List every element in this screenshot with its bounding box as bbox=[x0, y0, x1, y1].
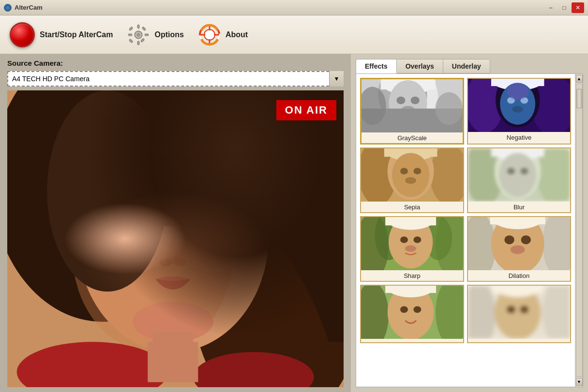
svg-point-99 bbox=[543, 217, 570, 270]
svg-point-24 bbox=[122, 151, 223, 211]
effect-negative[interactable]: Negative bbox=[467, 78, 571, 145]
svg-point-105 bbox=[511, 245, 525, 254]
svg-rect-5 bbox=[129, 27, 133, 30]
svg-rect-19 bbox=[7, 90, 344, 387]
svg-point-14 bbox=[206, 31, 213, 39]
camera-dropdown-arrow[interactable]: ▼ bbox=[329, 71, 344, 87]
scroll-down-arrow[interactable]: ▼ bbox=[576, 378, 583, 386]
tab-effects[interactable]: Effects bbox=[356, 59, 397, 73]
svg-rect-38 bbox=[153, 332, 193, 372]
scroll-up-arrow[interactable]: ▲ bbox=[576, 75, 583, 83]
svg-point-33 bbox=[159, 259, 171, 267]
svg-point-94 bbox=[400, 236, 408, 243]
effect-sharp-thumb bbox=[361, 217, 463, 270]
app-icon bbox=[4, 4, 12, 12]
svg-rect-43 bbox=[148, 342, 198, 382]
svg-rect-93 bbox=[385, 218, 436, 225]
svg-point-20 bbox=[7, 90, 213, 322]
svg-point-103 bbox=[504, 235, 514, 244]
svg-point-76 bbox=[405, 177, 416, 184]
effect-7-thumb bbox=[361, 286, 463, 339]
effects-scrollbar: ▲ ▼ bbox=[575, 74, 583, 387]
source-camera-label: Source Camera: bbox=[7, 59, 344, 67]
camera-preview bbox=[7, 90, 344, 387]
effect-7[interactable] bbox=[360, 285, 464, 343]
title-bar: AlterCam – □ ✕ bbox=[0, 0, 588, 15]
close-button[interactable]: ✕ bbox=[572, 2, 584, 13]
svg-point-95 bbox=[413, 236, 421, 243]
minimize-button[interactable]: – bbox=[544, 2, 557, 13]
options-label: Options bbox=[154, 30, 183, 39]
effect-grayscale[interactable]: GrayScale bbox=[360, 78, 464, 145]
gear-icon bbox=[127, 24, 150, 46]
effects-panel: GrayScale bbox=[356, 73, 583, 387]
svg-point-36 bbox=[191, 242, 236, 272]
svg-point-55 bbox=[436, 92, 463, 125]
preview-svg bbox=[7, 90, 344, 387]
camera-select-wrapper: A4 TECH HD PC Camera ▼ bbox=[7, 71, 344, 87]
svg-point-115 bbox=[468, 286, 496, 339]
svg-point-42 bbox=[193, 352, 314, 387]
effect-dilation[interactable]: Dilation bbox=[467, 216, 571, 282]
effect-sepia[interactable]: Sepia bbox=[360, 147, 464, 213]
svg-point-121 bbox=[520, 306, 528, 313]
effect-blur-label: Blur bbox=[513, 202, 525, 212]
svg-point-85 bbox=[520, 168, 528, 174]
about-label: About bbox=[226, 30, 248, 39]
main-content: Source Camera: A4 TECH HD PC Camera ▼ bbox=[0, 54, 588, 392]
effect-dilation-label: Dilation bbox=[509, 270, 529, 281]
scroll-thumb[interactable] bbox=[576, 89, 582, 108]
svg-rect-8 bbox=[142, 27, 146, 30]
effects-grid: GrayScale bbox=[360, 78, 571, 343]
scroll-track[interactable] bbox=[576, 84, 583, 377]
svg-rect-7 bbox=[129, 39, 133, 43]
effect-8-thumb bbox=[468, 286, 570, 339]
svg-rect-2 bbox=[137, 41, 139, 45]
app-title: AlterCam bbox=[15, 4, 43, 11]
tab-underlay[interactable]: Underlay bbox=[443, 59, 490, 73]
tabs-row: Effects Overlays Underlay bbox=[356, 59, 583, 73]
svg-point-51 bbox=[411, 97, 420, 104]
svg-point-65 bbox=[512, 106, 523, 113]
title-left-section: AlterCam bbox=[4, 4, 43, 12]
toolbar: Start/Stop AlterCam Options bbox=[0, 15, 588, 54]
svg-point-40 bbox=[47, 90, 168, 291]
svg-point-26 bbox=[185, 216, 215, 234]
effect-blur[interactable]: Blur bbox=[467, 147, 571, 213]
svg-rect-111 bbox=[385, 286, 436, 293]
options-button[interactable]: Options bbox=[127, 24, 183, 46]
svg-point-29 bbox=[141, 221, 150, 232]
svg-point-116 bbox=[543, 286, 570, 339]
svg-point-23 bbox=[72, 151, 233, 352]
svg-point-34 bbox=[174, 259, 186, 267]
maximize-button[interactable]: □ bbox=[558, 2, 571, 13]
effect-sharp-label: Sharp bbox=[404, 270, 421, 281]
svg-point-108 bbox=[436, 286, 463, 339]
effect-8[interactable] bbox=[467, 285, 571, 343]
start-stop-label: Start/Stop AlterCam bbox=[40, 30, 113, 39]
svg-rect-4 bbox=[145, 34, 149, 36]
effect-grayscale-label: GrayScale bbox=[397, 132, 427, 143]
start-stop-button[interactable]: Start/Stop AlterCam bbox=[10, 22, 113, 47]
svg-point-50 bbox=[396, 97, 405, 104]
about-button[interactable]: About bbox=[198, 24, 248, 46]
tab-overlays[interactable]: Overlays bbox=[396, 59, 443, 73]
svg-point-120 bbox=[507, 306, 515, 313]
svg-point-112 bbox=[400, 306, 408, 313]
svg-point-75 bbox=[413, 168, 421, 174]
svg-point-39 bbox=[67, 90, 279, 226]
svg-point-113 bbox=[413, 306, 421, 313]
left-panel: Source Camera: A4 TECH HD PC Camera ▼ bbox=[0, 54, 351, 392]
svg-point-37 bbox=[133, 302, 213, 342]
right-panel: Effects Overlays Underlay bbox=[351, 54, 588, 392]
start-stop-icon bbox=[10, 22, 35, 47]
svg-point-66 bbox=[507, 83, 529, 100]
svg-point-41 bbox=[17, 342, 168, 387]
effect-negative-label: Negative bbox=[507, 132, 531, 143]
effects-grid-container[interactable]: GrayScale bbox=[356, 74, 575, 387]
svg-point-96 bbox=[405, 245, 416, 252]
camera-select[interactable]: A4 TECH HD PC Camera bbox=[7, 71, 344, 87]
effect-grayscale-thumb bbox=[362, 79, 463, 132]
effect-sharp[interactable]: Sharp bbox=[360, 216, 464, 282]
svg-point-104 bbox=[521, 235, 531, 244]
